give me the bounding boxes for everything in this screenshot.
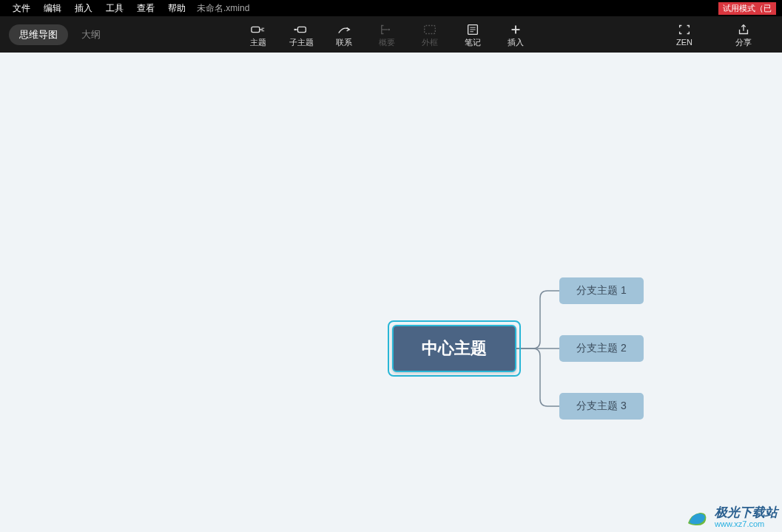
boundary-icon <box>422 23 437 36</box>
topic-label: 主题 <box>250 38 266 47</box>
summary-button: 概要 <box>365 16 408 53</box>
summary-icon <box>380 23 394 36</box>
notes-label: 笔记 <box>465 38 481 47</box>
summary-label: 概要 <box>379 38 395 47</box>
relation-button[interactable]: 联系 <box>323 16 365 53</box>
watermark-url: www.xz7.com <box>715 519 778 528</box>
relation-icon <box>337 23 351 36</box>
watermark: 极光下载站 www.xz7.com <box>685 505 778 529</box>
tab-outline[interactable]: 大纲 <box>71 24 111 45</box>
boundary-label: 外框 <box>422 38 438 47</box>
insert-icon <box>508 23 523 36</box>
branch-topic-node-1[interactable]: 分支主题 1 <box>559 277 644 304</box>
notes-icon <box>465 23 480 36</box>
share-label: 分享 <box>735 38 752 47</box>
zen-icon <box>677 23 692 36</box>
svg-point-7 <box>388 28 390 30</box>
topic-button[interactable]: 主题 <box>237 16 280 53</box>
tab-mindmap[interactable]: 思维导图 <box>9 24 68 45</box>
svg-rect-4 <box>297 27 306 32</box>
share-icon <box>736 23 751 36</box>
branch-topic-node-3[interactable]: 分支主题 3 <box>559 393 644 420</box>
toolbar: 思维导图 大纲 主题 子主题 联系 概要 <box>0 16 782 53</box>
watermark-title: 极光下载站 <box>715 506 778 520</box>
document-title: 未命名.xmind <box>197 2 249 15</box>
menu-view[interactable]: 查看 <box>130 2 161 15</box>
menu-edit[interactable]: 编辑 <box>37 2 68 15</box>
topic-icon <box>251 23 266 36</box>
svg-point-6 <box>294 28 296 30</box>
insert-button[interactable]: 插入 <box>494 16 537 53</box>
subtopic-button[interactable]: 子主题 <box>280 16 323 53</box>
central-topic-node[interactable]: 中心主题 <box>392 325 516 372</box>
menu-insert[interactable]: 插入 <box>68 2 99 15</box>
tool-group-right: ZEN 分享 <box>655 16 773 53</box>
insert-label: 插入 <box>508 38 524 47</box>
zen-label: ZEN <box>676 38 692 47</box>
menu-tools[interactable]: 工具 <box>99 2 130 15</box>
subtopic-label: 子主题 <box>289 38 314 47</box>
boundary-button: 外框 <box>408 16 451 53</box>
connector-lines <box>0 53 782 532</box>
watermark-logo-icon <box>685 505 709 529</box>
view-tabs: 思维导图 大纲 <box>9 24 111 45</box>
trial-mode-badge[interactable]: 试用模式（已 <box>718 2 776 15</box>
relation-label: 联系 <box>336 38 352 47</box>
svg-rect-0 <box>252 27 260 32</box>
mindmap-canvas[interactable]: 中心主题 分支主题 1 分支主题 2 分支主题 3 极光下载站 www.xz7.… <box>0 53 782 532</box>
menu-file[interactable]: 文件 <box>6 2 37 15</box>
subtopic-icon <box>294 23 309 36</box>
menu-help[interactable]: 帮助 <box>161 2 192 15</box>
notes-button[interactable]: 笔记 <box>451 16 494 53</box>
svg-rect-9 <box>425 25 436 33</box>
branch-topic-node-2[interactable]: 分支主题 2 <box>559 335 644 362</box>
zen-button[interactable]: ZEN <box>655 16 714 53</box>
tool-group-main: 主题 子主题 联系 概要 外框 <box>237 16 537 53</box>
share-button[interactable]: 分享 <box>714 16 773 53</box>
menu-bar: 文件 编辑 插入 工具 查看 帮助 未命名.xmind 试用模式（已 <box>0 0 782 16</box>
